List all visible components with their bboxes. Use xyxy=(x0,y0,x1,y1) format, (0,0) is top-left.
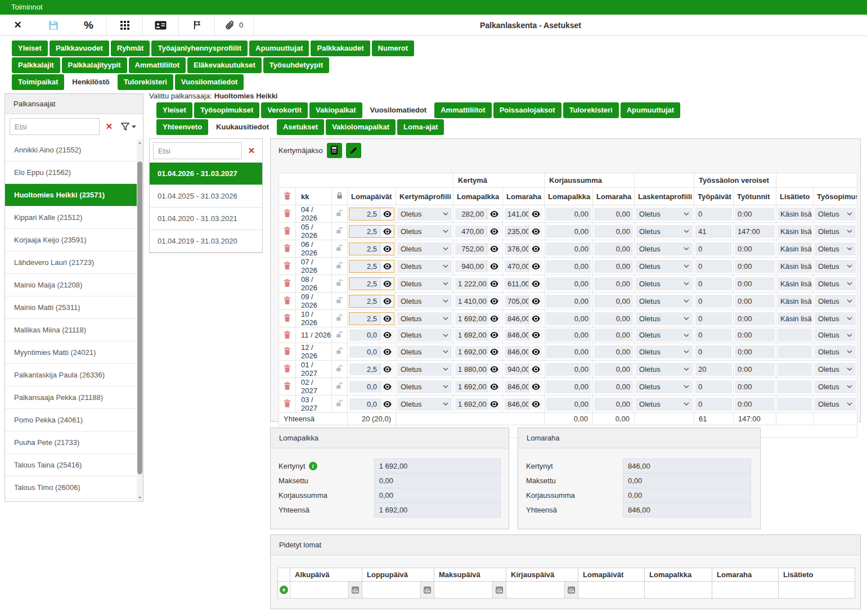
employee-list-item[interactable]: Puuha Pete (21733) xyxy=(5,431,143,454)
lomapalkka-value[interactable]: 1 692,00 xyxy=(455,313,487,325)
kertymaprofiili-select[interactable]: Oletus xyxy=(397,363,452,376)
employee-list-item[interactable]: Mainio Matti (25311) xyxy=(5,296,143,319)
employee-tab-ammattiliitot[interactable]: Ammattiliitot xyxy=(434,102,491,118)
lomaraha-value[interactable]: 611,00 xyxy=(505,278,528,290)
scroll-down-icon[interactable]: ▼ xyxy=(137,496,143,500)
calendar-button[interactable] xyxy=(420,582,434,598)
employee-tab-vuosilomatiedot[interactable]: Vuosilomatiedot xyxy=(364,102,433,118)
employee-tab-ty-sopimukset[interactable]: Työsopimukset xyxy=(194,102,259,118)
lomaraha-value[interactable]: 470,00 xyxy=(505,260,528,272)
laskentaprofiili-select[interactable]: Oletus xyxy=(636,208,693,221)
lomapaivat-value[interactable]: 2,5 xyxy=(349,226,380,237)
employee-list-item[interactable]: Mainio Maija (21208) xyxy=(5,274,143,296)
lomapaivat-value[interactable]: 2,5 xyxy=(349,295,380,307)
scroll-up-icon[interactable]: ▲ xyxy=(137,141,143,145)
laskentaprofiili-select[interactable]: Oletus xyxy=(636,380,693,393)
kertymaprofiili-select[interactable]: Oletus xyxy=(397,295,452,308)
lisatieto-value[interactable]: Käsin lisä xyxy=(778,295,812,308)
tyotunnit-value[interactable]: 0:00 xyxy=(735,242,775,255)
korjaus-lomapalkka-value[interactable]: 0,00 xyxy=(546,242,591,255)
subtab-kuukausitiedot[interactable]: Kuukausitiedot xyxy=(210,119,275,135)
lomapaivat-value[interactable]: 2,5 xyxy=(349,278,380,290)
employee-tab-yleiset[interactable]: Yleiset xyxy=(156,102,192,118)
tyopaivat-value[interactable]: 0 xyxy=(695,345,732,358)
lomaraha-value[interactable]: 235,00 xyxy=(505,226,528,237)
kertymaprofiili-select[interactable]: Oletus xyxy=(397,242,452,255)
laskentaprofiili-select[interactable]: Oletus xyxy=(636,329,693,341)
lisatieto-value[interactable] xyxy=(778,329,812,341)
korjaus-lomaraha-value[interactable]: 0,00 xyxy=(594,312,633,325)
eye-button[interactable] xyxy=(528,295,542,307)
delete-row-button[interactable] xyxy=(284,381,291,390)
delete-row-button[interactable] xyxy=(284,296,291,304)
subtab-loma-ajat[interactable]: Loma-ajat xyxy=(397,119,444,135)
lomaraha-value[interactable]: 846,00 xyxy=(505,329,528,341)
tab-palkkakaudet[interactable]: Palkkakaudet xyxy=(311,41,370,56)
tyotunnit-value[interactable]: 147:00 xyxy=(735,225,775,238)
korjaus-lomapalkka-value[interactable]: 0,00 xyxy=(546,260,591,273)
lisatieto-value[interactable] xyxy=(778,380,812,393)
delete-row-button[interactable] xyxy=(284,364,291,372)
tyopaivat-value[interactable]: 0 xyxy=(695,277,732,290)
id-card-button[interactable] xyxy=(143,15,178,35)
tyopaivat-value[interactable]: 0 xyxy=(695,295,732,308)
employee-list-item[interactable]: Huoltomies Heikki (23571) xyxy=(5,184,143,206)
lomaraha-value[interactable]: 376,00 xyxy=(505,243,528,255)
subtab-vakiolomapalkat[interactable]: Vakiolomapalkat xyxy=(326,119,396,135)
kertymaprofiili-select[interactable]: Oletus xyxy=(397,208,452,221)
korjaus-lomaraha-value[interactable]: 0,00 xyxy=(594,398,633,411)
lomapaivat-value[interactable]: 2,5 xyxy=(349,208,380,220)
lomapalkka-value[interactable]: 752,00 xyxy=(455,243,487,255)
employee-list-item[interactable]: Pomo Pekka (24061) xyxy=(5,409,143,431)
tab-toimipaikat[interactable]: Toimipaikat xyxy=(12,74,64,90)
tab-palkkalajityypit[interactable]: Palkkalajityypit xyxy=(62,57,127,73)
employee-list-item[interactable]: Korjaaja Keijo (23591) xyxy=(5,229,143,251)
lomapalkka-value[interactable]: 1 692,00 xyxy=(455,398,487,410)
calendar-button[interactable] xyxy=(564,582,578,598)
tab-vuosilomatiedot[interactable]: Vuosilomatiedot xyxy=(175,74,244,90)
tyotunnit-value[interactable]: 0:00 xyxy=(735,208,775,221)
row-lock-button[interactable] xyxy=(336,347,343,354)
lomapaivat-value[interactable]: 2,5 xyxy=(349,313,380,325)
kertymaprofiili-select[interactable]: Oletus xyxy=(397,312,452,325)
korjaus-lomapalkka-value[interactable]: 0,00 xyxy=(546,345,591,358)
lisatieto-value[interactable]: Käsin lisä xyxy=(778,242,812,255)
korjaus-lomapalkka-value[interactable]: 0,00 xyxy=(546,208,591,221)
employee-list-item[interactable]: Myyntimies Matti (24021) xyxy=(5,341,143,364)
lisatieto-value[interactable] xyxy=(778,363,812,376)
eye-button[interactable] xyxy=(380,226,394,237)
attachments-button[interactable] xyxy=(225,20,235,30)
employee-tab-poissaolojaksot[interactable]: Poissaolojaksot xyxy=(493,102,561,118)
tyotunnit-value[interactable]: 0:00 xyxy=(735,329,775,341)
tab-el-kevakuutukset[interactable]: Eläkevakuutukset xyxy=(187,57,262,73)
lomaraha-value[interactable]: 141,00 xyxy=(505,208,528,220)
tyotunnit-value[interactable]: 0:00 xyxy=(735,363,775,376)
kertymaprofiili-select[interactable]: Oletus xyxy=(397,277,452,290)
lomaraha-value[interactable]: 846,00 xyxy=(505,346,528,358)
lomapalkka-cell[interactable] xyxy=(645,582,712,599)
row-lock-button[interactable] xyxy=(336,314,343,321)
info-icon[interactable]: i xyxy=(309,462,317,470)
korjaus-lomapalkka-value[interactable]: 0,00 xyxy=(546,398,591,411)
menu-item-toiminnot[interactable]: Toiminnot xyxy=(11,3,43,11)
row-lock-button[interactable] xyxy=(336,399,343,407)
tyosopimus-select[interactable]: Oletus xyxy=(815,260,856,273)
row-lock-button[interactable] xyxy=(336,209,343,217)
korjaus-lomapalkka-value[interactable]: 0,00 xyxy=(546,312,591,325)
kertymaprofiili-select[interactable]: Oletus xyxy=(397,260,452,273)
laskentaprofiili-select[interactable]: Oletus xyxy=(636,398,693,411)
lomapaivat-value[interactable]: 2,5 xyxy=(349,260,380,272)
eye-button[interactable] xyxy=(528,243,542,255)
calculate-button[interactable] xyxy=(327,143,342,158)
delete-row-button[interactable] xyxy=(284,399,291,407)
korjaus-lomaraha-value[interactable]: 0,00 xyxy=(594,345,633,358)
laskentaprofiili-select[interactable]: Oletus xyxy=(636,363,693,376)
eye-button[interactable] xyxy=(528,329,542,341)
eye-button[interactable] xyxy=(528,260,542,272)
eye-button[interactable] xyxy=(380,346,394,358)
employee-list-item[interactable]: Palkanlaskija Paula (26336) xyxy=(5,364,143,386)
korjaus-lomapalkka-value[interactable]: 0,00 xyxy=(546,329,591,341)
kertymaprofiili-select[interactable]: Oletus xyxy=(397,380,452,393)
eye-button[interactable] xyxy=(487,208,501,220)
tyopaivat-value[interactable]: 0 xyxy=(695,380,732,393)
